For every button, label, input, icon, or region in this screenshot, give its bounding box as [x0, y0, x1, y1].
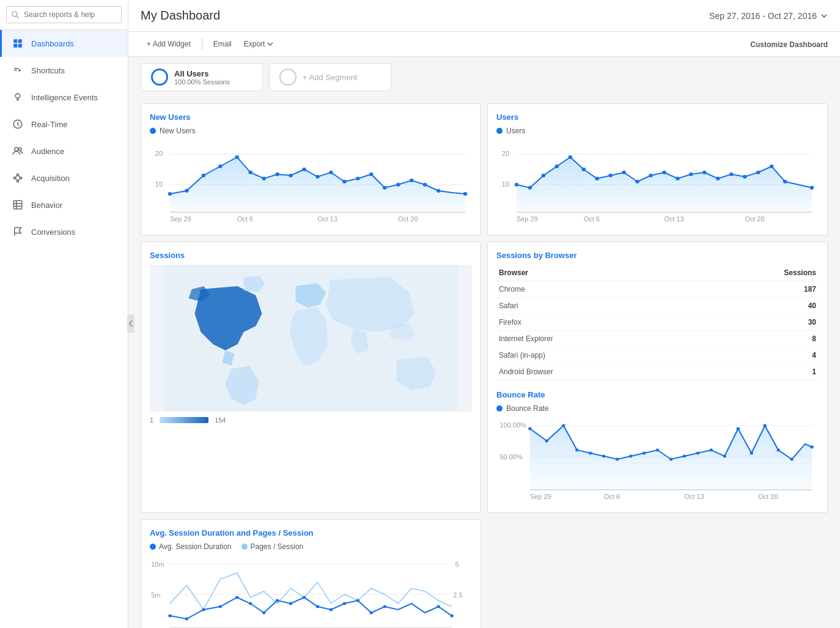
svg-point-71 [662, 171, 666, 174]
sidebar-label-acquisition: Acquisition [31, 174, 70, 183]
bounce-rate-legend: Bounce Rate [496, 404, 819, 413]
svg-point-73 [689, 172, 693, 176]
sidebar-item-shortcuts[interactable]: Shortcuts [0, 57, 128, 84]
svg-point-109 [763, 424, 766, 427]
pages-session-legend: Pages / Session [241, 542, 304, 551]
search-box[interactable] [0, 0, 128, 30]
svg-text:Sep 29: Sep 29 [530, 493, 551, 500]
pages-session-dot [241, 544, 248, 550]
world-map-svg [150, 265, 472, 412]
svg-text:10: 10 [155, 180, 163, 187]
sidebar-item-behavior[interactable]: Behavior [0, 191, 128, 218]
new-users-title: New Users [150, 113, 472, 122]
svg-point-99 [629, 455, 632, 458]
users-legend: Users [496, 127, 819, 135]
sidebar-item-acquisition[interactable]: Acquisition [0, 164, 128, 191]
svg-rect-0 [13, 39, 17, 43]
svg-text:Oct 6: Oct 6 [584, 215, 600, 222]
customize-area: Customize Dashboard [750, 40, 828, 49]
svg-text:Sep 29: Sep 29 [517, 215, 538, 222]
page-title: My Dashboard [141, 9, 220, 23]
svg-point-39 [302, 168, 306, 171]
clock-icon [12, 118, 24, 130]
sidebar-item-audience[interactable]: Audience [0, 138, 128, 164]
browser-name: Internet Explorer [496, 331, 694, 347]
svg-rect-3 [18, 44, 22, 48]
svg-text:Oct 6: Oct 6 [237, 215, 253, 222]
people-icon [12, 145, 24, 157]
sidebar-item-intelligence[interactable]: Intelligence Events [0, 84, 128, 111]
users-dot [496, 128, 503, 134]
avg-session-legend: Avg. Session Duration Pages / Session [150, 542, 472, 551]
svg-point-137 [356, 599, 359, 602]
svg-point-72 [676, 177, 680, 180]
svg-point-102 [669, 458, 672, 461]
svg-point-35 [248, 171, 252, 174]
svg-line-16 [15, 175, 17, 177]
session-count: 30 [694, 314, 819, 331]
svg-rect-1 [18, 39, 22, 43]
sidebar-item-realtime[interactable]: Real-Time [0, 111, 128, 138]
add-segment-label: + Add Segment [303, 73, 357, 82]
sidebar: Dashboards Shortcuts Intelligence Events… [0, 0, 128, 628]
svg-point-65 [581, 168, 586, 171]
customize-dashboard-button[interactable]: Customize Dashboard [750, 40, 828, 49]
svg-point-103 [683, 455, 686, 458]
svg-point-49 [437, 189, 441, 193]
svg-point-100 [643, 452, 646, 455]
avg-session-widget: Avg. Session Duration and Pages / Sessio… [141, 519, 481, 628]
chevron-down-icon [267, 41, 273, 47]
add-segment-circle [279, 68, 297, 86]
add-widget-button[interactable]: + Add Widget [141, 37, 197, 51]
new-users-legend: New Users [150, 127, 472, 135]
session-count: 8 [694, 331, 819, 347]
svg-text:50.00%: 50.00% [499, 453, 522, 460]
sessions-by-browser-widget: Sessions by Browser Browser Sessions Chr… [487, 242, 828, 513]
export-button[interactable]: Export [238, 37, 280, 51]
new-users-dot [150, 128, 156, 134]
svg-text:2.5: 2.5 [453, 591, 462, 598]
map-max-label: 154 [215, 416, 226, 424]
svg-point-38 [289, 174, 293, 177]
new-users-legend-label: New Users [160, 127, 196, 135]
date-range[interactable]: Sep 27, 2016 - Oct 27, 2016 [709, 11, 828, 21]
svg-point-101 [656, 449, 659, 452]
sidebar-item-dashboards[interactable]: Dashboards [0, 30, 128, 57]
add-segment-button[interactable]: + Add Segment [269, 63, 391, 91]
sessions-col-header: Sessions [694, 265, 819, 281]
svg-point-125 [185, 618, 188, 621]
svg-point-124 [168, 615, 171, 618]
svg-point-66 [595, 177, 599, 180]
svg-point-126 [202, 608, 205, 611]
sidebar-item-conversions[interactable]: Conversions [0, 218, 128, 245]
svg-line-18 [19, 179, 20, 180]
svg-text:Oct 20: Oct 20 [758, 493, 778, 500]
svg-point-136 [343, 602, 346, 605]
svg-text:Sep 29: Sep 29 [170, 215, 191, 222]
segment-info: All Users 100.00% Sessions [174, 69, 230, 86]
bounce-rate-title: Bounce Rate [496, 390, 819, 399]
collapse-tab[interactable] [127, 314, 134, 333]
svg-point-33 [218, 164, 223, 168]
session-count: 40 [694, 298, 819, 314]
svg-point-132 [289, 602, 292, 605]
map-legend-bar [160, 417, 208, 423]
svg-point-98 [616, 458, 619, 461]
svg-rect-20 [13, 201, 22, 209]
browser-name: Chrome [496, 281, 694, 298]
email-button[interactable]: Email [207, 37, 238, 51]
top-header: My Dashboard Sep 27, 2016 - Oct 27, 2016 [128, 0, 840, 32]
svg-point-95 [575, 449, 578, 452]
svg-point-111 [790, 458, 793, 461]
segment-sub: 100.00% Sessions [174, 78, 230, 86]
search-input[interactable] [6, 6, 122, 23]
svg-text:Oct 20: Oct 20 [745, 215, 765, 222]
map-legend: 1 154 [150, 416, 472, 424]
avg-duration-dot [150, 544, 156, 550]
bounce-rate-chart: 100.00% 50.00% Sep 29 Oct 6 Oct 13 Oct 2… [496, 416, 819, 502]
svg-point-10 [15, 147, 18, 151]
svg-point-45 [383, 186, 387, 190]
svg-point-47 [410, 179, 414, 182]
all-users-segment[interactable]: All Users 100.00% Sessions [141, 63, 263, 91]
svg-point-79 [770, 164, 774, 168]
